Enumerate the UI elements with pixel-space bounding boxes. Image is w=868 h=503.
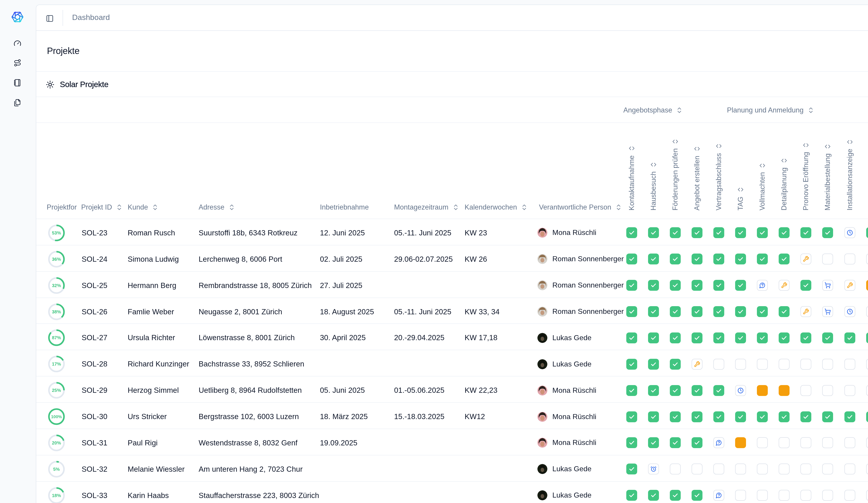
svg-text:38%: 38% — [52, 309, 61, 314]
svg-text:87%: 87% — [52, 336, 61, 340]
svg-text:20%: 20% — [52, 440, 61, 445]
svg-text:53%: 53% — [52, 230, 61, 235]
svg-text:18%: 18% — [52, 493, 61, 498]
svg-text:25%: 25% — [52, 388, 61, 393]
svg-text:36%: 36% — [52, 257, 61, 262]
svg-text:5%: 5% — [53, 467, 60, 472]
svg-text:17%: 17% — [52, 362, 61, 367]
svg-text:100%: 100% — [51, 414, 62, 419]
svg-text:32%: 32% — [52, 283, 61, 288]
